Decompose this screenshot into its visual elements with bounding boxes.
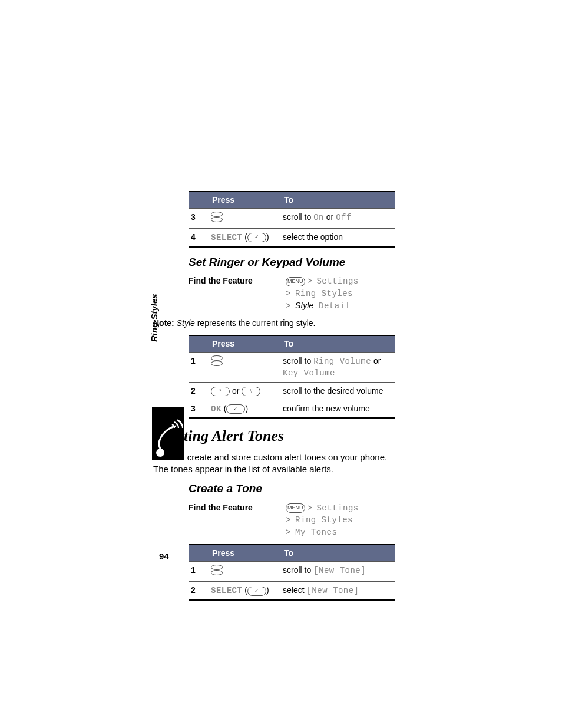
softkey-icon: ✓ [247, 233, 266, 242]
style-placeholder: Style [295, 301, 313, 310]
steps-table-2: Press To 1 scroll to Ring Volume or Key … [189, 335, 395, 419]
scroll-icon [211, 355, 222, 366]
menu-key-icon: MENU [286, 277, 305, 286]
side-tab-label: Ring Styles [149, 294, 159, 342]
step-text: select the option [280, 228, 395, 246]
ok-key-label: OK [211, 404, 222, 414]
table-row: 3 OK (✓) confirm the new volume [189, 400, 395, 418]
svg-point-1 [156, 449, 164, 457]
softkey-icon: ✓ [247, 587, 266, 596]
step-text: scroll to the desired volume [280, 382, 395, 400]
ui-text: Key Volume [283, 368, 335, 378]
steps-table-1: Press To 3 scroll to On or Off 4 SELECT [189, 191, 395, 248]
find-the-feature-label: Find the Feature [189, 275, 286, 312]
scroll-icon [211, 212, 222, 222]
ui-text: Detail [313, 301, 350, 311]
col-press: Press [209, 335, 280, 352]
softkey-icon: ✓ [226, 404, 245, 414]
col-to: To [280, 335, 395, 352]
table-row: 1 scroll to Ring Volume or Key Volume [189, 352, 395, 382]
ui-text: My Tones [295, 528, 337, 537]
subsection-heading: Create a Tone [189, 481, 395, 496]
step-text: scroll to [283, 356, 313, 365]
note-paragraph: Note: Style represents the current ring … [189, 318, 395, 329]
scroll-icon [211, 565, 222, 575]
ui-text: Settings [316, 276, 358, 286]
ui-text: Ring Volume [313, 357, 371, 366]
table-row: 2 SELECT (✓) select [New Tone] [189, 582, 395, 600]
find-the-feature: Find the Feature MENU > Settings > Ring … [189, 275, 395, 312]
ui-text: On [313, 213, 324, 222]
section-heading: Creating Alert Tones [153, 426, 395, 446]
hash-key-icon: # [242, 387, 260, 396]
select-key-label: SELECT [211, 586, 242, 595]
col-to: To [280, 545, 395, 561]
page-number: 94 [159, 551, 169, 561]
ui-text: [New Tone] [313, 566, 366, 575]
audio-feature-icon [152, 407, 184, 460]
col-press: Press [209, 192, 280, 208]
step-text: confirm the new volume [280, 400, 395, 418]
menu-key-icon: MENU [286, 503, 305, 513]
ui-text: [New Tone] [306, 586, 359, 595]
find-the-feature-label: Find the Feature [189, 502, 286, 539]
table-row: 2 * or # scroll to the desired volume [189, 382, 395, 400]
star-key-icon: * [211, 387, 230, 396]
ui-text: Ring Styles [295, 289, 353, 298]
body-text: You can create and store custom alert to… [153, 452, 395, 476]
ui-text: Ring Styles [295, 515, 353, 525]
steps-table-3: Press To 1 scroll to [New Tone] 2 SELECT [189, 544, 395, 601]
table-row: 4 SELECT (✓) select the option [189, 228, 395, 246]
subsection-heading: Set Ringer or Keypad Volume [189, 255, 395, 270]
step-text: scroll to [283, 565, 313, 575]
col-press: Press [209, 545, 280, 561]
table-row: 1 scroll to [New Tone] [189, 562, 395, 582]
step-text: scroll to [283, 212, 313, 222]
find-the-feature: Find the Feature MENU > Settings > Ring … [189, 502, 395, 539]
table-row: 3 scroll to On or Off [189, 208, 395, 228]
select-key-label: SELECT [211, 233, 242, 242]
col-to: To [280, 192, 395, 208]
ui-text: Settings [316, 503, 358, 513]
step-text: select [283, 585, 306, 595]
ui-text: Off [336, 213, 352, 222]
